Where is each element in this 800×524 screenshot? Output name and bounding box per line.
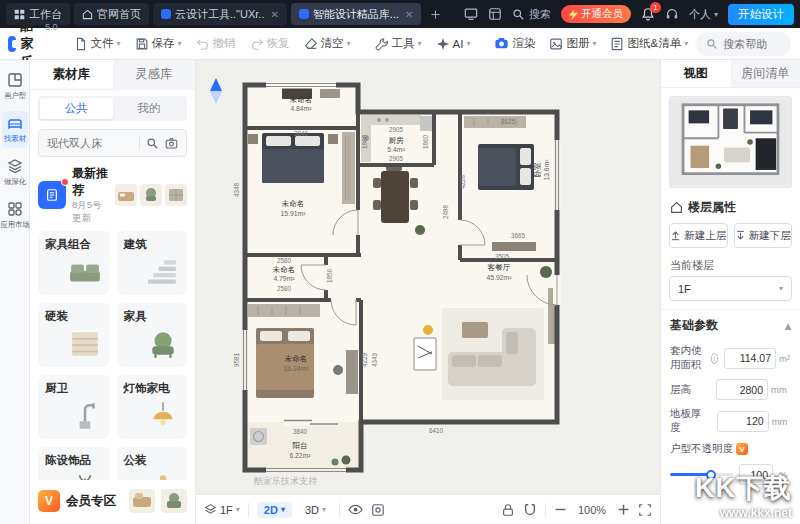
notification-badge: 1 [650,2,661,13]
render-button[interactable]: 渲染 [488,31,541,57]
svg-text:厨房: 厨房 [388,136,404,145]
param-label: 地板厚度 [670,407,711,435]
file-menu[interactable]: 文件▾ [68,31,127,57]
wrench-icon [375,37,389,51]
rail-label: 找素材 [3,133,25,143]
category-furniture[interactable]: 家具 [117,303,188,367]
recommend-subtitle: 8月5号更新 [72,199,109,225]
ai-menu[interactable]: AI▾ [430,31,477,57]
global-search[interactable]: 搜索 [512,7,551,22]
chevron-down-icon: ▾ [178,39,182,48]
close-icon[interactable]: ✕ [270,9,278,20]
chevron-down-icon: ▾ [281,505,285,514]
home-icon [82,9,93,20]
undo-button[interactable]: 撤销 [190,31,242,57]
tool-label: 文件 [91,36,114,51]
zoom-out-button[interactable] [554,503,567,516]
subtab-mine[interactable]: 我的 [113,98,186,119]
search-icon[interactable] [146,137,159,150]
current-floor-select[interactable]: 1F ▾ [669,276,792,301]
rail-draw-floorplan[interactable]: 画户型 [2,68,28,105]
support-headset-icon[interactable] [665,7,679,21]
monitor-icon[interactable] [464,7,478,21]
tab-room-list[interactable]: 房间清单 [731,60,800,87]
floor-thickness-input[interactable] [717,411,769,432]
mode-2d-label: 2D [264,504,278,516]
snap-magnet-icon[interactable] [523,503,537,517]
opacity-input[interactable] [739,464,773,485]
zoom-in-button[interactable] [617,503,630,516]
materials-panel: 素材库 灵感库 公共 我的 最新推荐 8月5号更新 家具组合 建筑 [30,60,196,524]
save-button[interactable]: 保存▾ [129,31,188,57]
param-label: 套内使用面积 [670,344,708,372]
tab-smart-design-library[interactable]: 智能设计精品库... ✕ [291,3,422,25]
lock-icon[interactable] [501,503,515,517]
layer-down-icon [735,230,746,241]
tab-view[interactable]: 视图 [661,60,731,87]
zoom-level[interactable]: 100% [575,504,609,516]
slider-knob[interactable] [706,470,716,480]
category-commercial[interactable]: 公装 [117,447,188,480]
help-search-input[interactable] [723,38,781,50]
album-menu[interactable]: 图册▾ [543,31,602,57]
notifications-button[interactable]: 1 [641,7,655,21]
opacity-slider[interactable] [670,473,733,476]
tab-homepage[interactable]: 官网首页 [74,3,149,25]
tab-inspiration-library[interactable]: 灵感库 [113,60,196,89]
rail-app-market[interactable]: 应用市场 [2,197,28,234]
basic-params-section[interactable]: 基础参数 ▴ [661,310,800,337]
camera-search-icon[interactable] [165,137,178,150]
floorplan-canvas[interactable]: 3840 2905 2905 1860 1860 3625 4348 4228 … [196,60,660,524]
rail-find-materials[interactable]: 找素材 [2,111,28,148]
canvas-bottom-bar: 1F ▾ 2D ▾ 3D ▾ 100% [196,494,660,524]
latest-recommend-card[interactable]: 最新推荐 8月5号更新 [38,165,187,225]
view-3d-button[interactable]: 3D ▾ [300,502,331,518]
ceiling-height-input[interactable] [716,379,768,400]
apps-icon[interactable] [488,7,502,21]
svg-text:2488: 2488 [442,205,449,220]
search-icon [706,38,718,50]
subtab-public[interactable]: 公共 [40,98,113,119]
param-label: 户型不透明度 [670,442,733,456]
help-search[interactable] [696,32,791,56]
compass-icon[interactable] [208,78,224,104]
floorplan-3d-preview[interactable] [669,96,792,188]
close-icon[interactable]: ✕ [405,9,413,20]
category-kitchen-bath[interactable]: 厨卫 [38,375,109,439]
category-label: 硬装 [45,309,102,324]
material-search[interactable] [38,129,187,157]
visibility-eye-icon[interactable] [348,502,363,517]
category-label: 厨卫 [45,381,102,396]
category-furniture-sets[interactable]: 家具组合 [38,231,109,295]
category-lighting-appliance[interactable]: 灯饰家电 [117,375,188,439]
clear-menu[interactable]: 清空▾ [298,31,357,57]
floor-selector[interactable]: 1F ▾ [204,503,240,516]
param-inner-area: 套内使用面积 i m² [670,344,791,372]
add-lower-floor-button[interactable]: 新建下层 [734,223,793,248]
tools-menu[interactable]: 工具▾ [369,31,428,57]
info-icon[interactable]: i [711,353,718,364]
drawings-list-menu[interactable]: 图纸&清单▾ [604,31,694,57]
tab-material-library[interactable]: 素材库 [30,60,113,89]
add-upper-floor-button[interactable]: 新建上层 [669,223,728,248]
walkthrough-icon[interactable] [371,503,385,517]
category-hard-decor[interactable]: 硬装 [38,303,109,367]
svg-text:6.22m²: 6.22m² [289,452,311,459]
redo-button[interactable]: 恢复 [244,31,296,57]
tab-cloud-design[interactable]: 云设计工具.."UXr.. ✕ [153,3,287,25]
category-decor[interactable]: 陈设饰品 [38,447,109,480]
view-2d-button[interactable]: 2D ▾ [257,502,292,518]
new-tab-button[interactable] [425,4,445,24]
chevron-up-icon[interactable]: ▴ [785,319,791,333]
rail-deepen-design[interactable]: 做深化 [2,154,28,191]
fit-screen-icon[interactable] [638,503,652,517]
material-search-input[interactable] [47,137,133,149]
inner-area-input[interactable] [724,348,776,369]
vip-upgrade-button[interactable]: 开通会员 [561,5,631,23]
svg-text:1860: 1860 [422,135,429,150]
floorplan-2d[interactable]: 3840 2905 2905 1860 1860 3625 4348 4228 … [196,60,660,494]
floor-properties-section: 楼层属性 [661,192,800,219]
vip-zone-banner[interactable]: V 会员专区 [38,484,187,518]
category-thumb [143,256,183,291]
category-architecture[interactable]: 建筑 [117,231,188,295]
